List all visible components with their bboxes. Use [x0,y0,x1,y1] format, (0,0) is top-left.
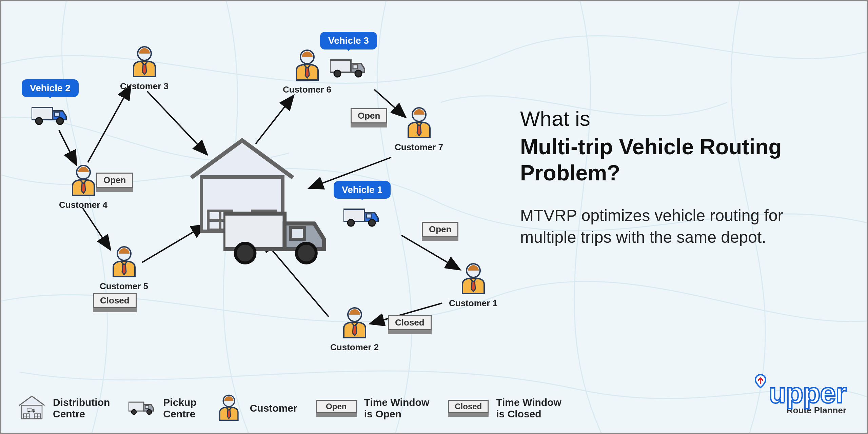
legend-pickup: PickupCentre [129,394,196,422]
closed-label: Closed [388,315,432,330]
vehicle-3-label: Vehicle 3 [320,32,377,50]
customer-7-label: Customer 7 [395,142,443,153]
legend-customer: Customer [215,394,297,422]
brand-logo: upper Route Planner [769,379,846,416]
vehicle-1: Vehicle 1 [334,181,391,230]
customer-5-label: Customer 5 [100,281,148,292]
open-tag-icon: Open [316,400,357,417]
customer-6: Customer 6 [283,49,331,95]
open-tag-c4: Open [96,173,133,192]
closed-tag-icon: Closed [448,400,489,417]
customer-3: Customer 3 [120,45,169,92]
legend-closed: Closed Time Windowis Closed [448,397,561,420]
customer-6-label: Customer 6 [283,84,331,95]
customer-3-label: Customer 3 [120,81,169,92]
vehicle-2-label: Vehicle 2 [22,79,79,97]
customer-2-label: Customer 2 [330,342,379,353]
truck-icon [330,56,367,81]
open-tag-c1: Open [422,222,458,241]
truck-icon [343,205,381,230]
legend-closed-label: Time Windowis Closed [496,397,561,420]
open-label: Open [351,108,387,123]
legend-customer-label: Customer [250,402,297,414]
description: MTVRP optimizes vehicle routing for mult… [520,205,818,249]
legend-distribution: DistributionCentre [18,394,110,422]
closed-tag-c2: Closed [388,315,432,334]
customer-5: Customer 5 [100,245,148,292]
customer-1-label: Customer 1 [449,298,497,309]
customer-icon [294,49,321,82]
truck-icon [32,103,69,128]
distribution-centre [188,137,296,237]
vehicle-1-label: Vehicle 1 [334,181,391,199]
customer-icon [70,164,97,198]
logo-pin-icon [755,374,766,388]
closed-label: Closed [93,293,137,308]
heading-bold: Multi-trip Vehicle Routing Problem? [520,134,818,186]
open-label: Open [422,222,458,237]
depot-icon [18,394,45,422]
customer-1: Customer 1 [449,262,497,309]
customer-icon [131,45,158,79]
customer-4-label: Customer 4 [59,200,107,210]
customer-icon [111,245,138,279]
customer-icon [406,106,433,140]
legend-distribution-label: DistributionCentre [53,397,110,420]
closed-tag-c5: Closed [93,293,137,312]
heading-block: What is Multi-trip Vehicle Routing Probl… [520,106,818,249]
legend-open-label: Time Windowis Open [364,397,430,420]
vehicle-2: Vehicle 2 [22,79,79,128]
heading-lead: What is [520,106,818,131]
legend: DistributionCentre PickupCentre Customer… [18,394,595,422]
open-label: Open [96,173,133,188]
logo-word: upper [769,379,846,407]
customer-2: Customer 2 [330,307,379,353]
legend-pickup-label: PickupCentre [163,397,196,420]
legend-open: Open Time Windowis Open [316,397,430,420]
customer-7: Customer 7 [395,106,443,153]
routing-diagram: Vehicle 2 Vehicle 3 Vehicle 1 Customer 3… [12,18,513,374]
customer-icon [341,307,368,340]
customer-icon [460,262,487,296]
customer-icon [215,394,242,422]
truck-icon [129,394,156,422]
infographic-frame: What is Multi-trip Vehicle Routing Probl… [0,0,868,434]
open-tag-c7: Open [351,108,387,127]
